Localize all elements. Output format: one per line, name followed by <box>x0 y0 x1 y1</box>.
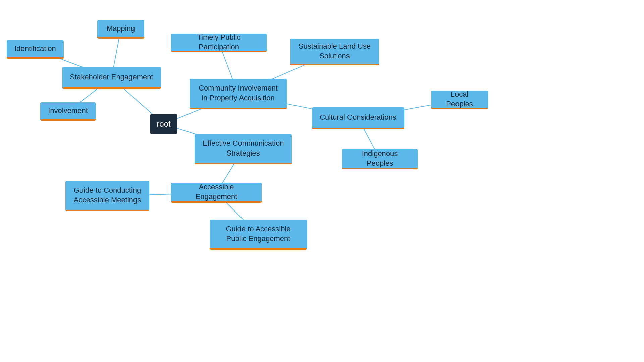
local-peoples-node[interactable]: Local Peoples <box>431 90 488 109</box>
effective-label: Effective Communication Strategies <box>201 139 286 158</box>
indigenous-node[interactable]: Indigenous Peoples <box>342 149 418 169</box>
root-label: root <box>157 119 170 129</box>
involvement-label: Involvement <box>48 106 88 116</box>
identification-label: Identification <box>14 44 56 54</box>
stakeholder-label: Stakeholder Engagement <box>70 72 153 82</box>
indigenous-label: Indigenous Peoples <box>348 149 412 168</box>
guide-public-node[interactable]: Guide to Accessible Public Engagement <box>210 220 307 250</box>
mapping-label: Mapping <box>107 24 135 34</box>
timely-node[interactable]: Timely Public Participation <box>171 34 267 52</box>
involvement-node[interactable]: Involvement <box>40 102 96 121</box>
mapping-node[interactable]: Mapping <box>97 20 144 39</box>
effective-node[interactable]: Effective Communication Strategies <box>195 134 292 164</box>
identification-node[interactable]: Identification <box>7 40 64 59</box>
guide-public-label: Guide to Accessible Public Engagement <box>216 224 301 243</box>
guide-meetings-node[interactable]: Guide to Conducting Accessible Meetings <box>65 181 149 211</box>
accessible-engagement-node[interactable]: Accessible Engagement <box>171 183 262 203</box>
sustainable-node[interactable]: Sustainable Land Use Solutions <box>290 39 379 65</box>
local-peoples-label: Local Peoples <box>437 89 482 109</box>
community-node[interactable]: Community Involvement in Property Acquis… <box>190 79 287 109</box>
root-node[interactable]: root <box>150 114 177 134</box>
timely-label: Timely Public Participation <box>177 33 261 52</box>
community-label: Community Involvement in Property Acquis… <box>196 83 281 103</box>
cultural-label: Cultural Considerations <box>320 113 396 122</box>
stakeholder-node[interactable]: Stakeholder Engagement <box>62 67 161 89</box>
sustainable-label: Sustainable Land Use Solutions <box>296 42 373 61</box>
cultural-node[interactable]: Cultural Considerations <box>312 107 404 129</box>
accessible-engagement-label: Accessible Engagement <box>177 182 256 201</box>
guide-meetings-label: Guide to Conducting Accessible Meetings <box>71 186 143 205</box>
